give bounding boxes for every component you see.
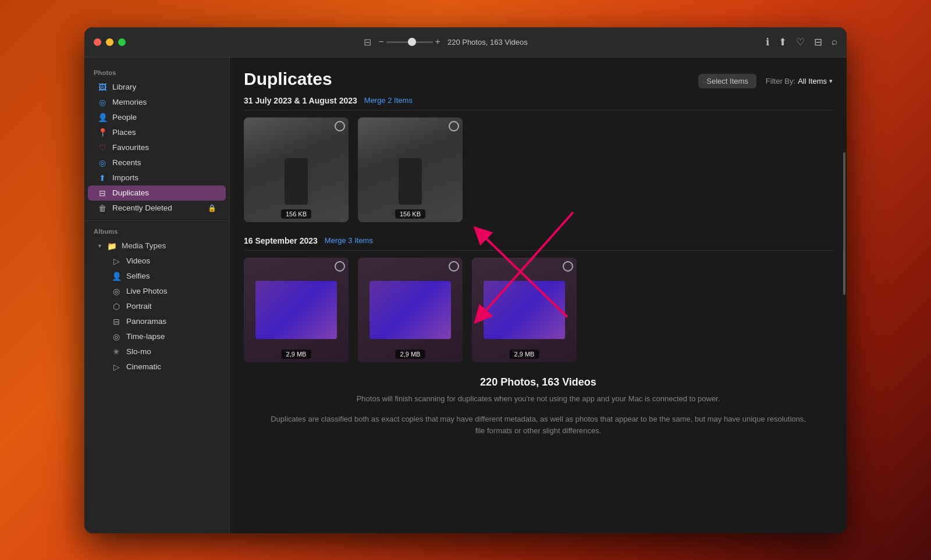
titlebar: ⊟ − + 220 Photos, 163 Videos ℹ ⬆ ♡ ⊟ ⌕	[84, 27, 847, 58]
videos-icon: ▷	[111, 256, 122, 266]
traffic-lights	[94, 38, 126, 46]
photo-image-1-2	[358, 117, 463, 222]
photo-image-2-3	[472, 258, 577, 362]
sidebar-item-favourites[interactable]: ♡ Favourites	[88, 140, 226, 155]
sidebar-label-people: People	[112, 113, 137, 122]
scroll-area[interactable]: 31 July 2023 & 1 August 2023 Merge 2 Ite…	[230, 96, 847, 533]
maximize-button[interactable]	[118, 38, 126, 46]
header-actions: Select Items Filter By: All Items ▾	[698, 74, 833, 88]
sidebar-item-live-photos[interactable]: ◎ Live Photos	[97, 284, 226, 299]
filter-value[interactable]: All Items	[798, 77, 827, 85]
photo-size-2-1: 2,9 MB	[282, 349, 311, 359]
sidebar-item-selfies[interactable]: 👤 Selfies	[97, 269, 226, 284]
sidebar-divider-1	[84, 220, 229, 221]
titlebar-icons: ℹ ⬆ ♡ ⊟ ⌕	[766, 36, 837, 48]
live-photos-icon: ◎	[111, 287, 122, 296]
photo-select-dot-2-3	[563, 261, 573, 272]
titlebar-count: 220 Photos, 163 Videos	[447, 38, 528, 47]
toolbar-left: ⊟	[364, 37, 371, 48]
sidebar-item-media-types[interactable]: ▼ 📁 Media Types	[88, 238, 226, 254]
sidebar-label-recents: Recents	[112, 158, 141, 167]
sidebar-item-cinematic[interactable]: ▷ Cinematic	[97, 359, 226, 374]
photo-size-2-3: 2,9 MB	[510, 349, 539, 359]
filter-chevron-icon[interactable]: ▾	[829, 77, 833, 85]
timelapse-icon: ◎	[111, 332, 122, 341]
date-group-1: 31 July 2023 & 1 August 2023 Merge 2 Ite…	[244, 96, 833, 222]
content-area: Photos 🖼 Library ◎ Memories 👤 People 📍 P…	[84, 58, 847, 533]
photo-thumb-2-3[interactable]: 2,9 MB	[472, 258, 577, 362]
info-section: 220 Photos, 163 Videos Photos will finis…	[244, 376, 833, 437]
sidebar-item-imports[interactable]: ⬆ Imports	[88, 170, 226, 186]
page-title: Duplicates	[244, 69, 332, 89]
photo-size-1-2: 156 KB	[395, 209, 425, 219]
zoom-plus-icon[interactable]: +	[435, 37, 440, 47]
recently-deleted-icon: 🗑	[97, 204, 108, 213]
photo-thumb-2-1[interactable]: 2,9 MB	[244, 258, 349, 362]
date-group-2: 16 September 2023 Merge 3 Items 2,9 MB	[244, 236, 833, 362]
sidebar-item-timelapse[interactable]: ◎ Time-lapse	[97, 329, 226, 344]
filter-label: Filter By:	[766, 77, 795, 85]
photo-row-2: 2,9 MB 2,9 MB 2,9 MB	[244, 258, 833, 362]
sidebar-item-people[interactable]: 👤 People	[88, 110, 226, 125]
sidebar-label-duplicates: Duplicates	[112, 188, 149, 197]
info-text-2: Duplicates are classified both as exact …	[267, 413, 809, 436]
imports-icon: ⬆	[97, 173, 108, 183]
zoom-minus-icon[interactable]: −	[378, 37, 383, 47]
photos-section: Photos 🖼 Library ◎ Memories 👤 People 📍 P…	[84, 67, 229, 216]
titlebar-center: ⊟ − + 220 Photos, 163 Videos	[130, 37, 761, 48]
search-icon[interactable]: ⌕	[831, 36, 837, 48]
info-icon[interactable]: ℹ	[766, 36, 769, 48]
close-button[interactable]	[94, 38, 101, 46]
people-icon: 👤	[97, 113, 108, 122]
merge-button-1[interactable]: Merge 2 Items	[364, 96, 413, 105]
sidebar-label-imports: Imports	[112, 173, 138, 182]
view-icon[interactable]: ⊟	[364, 37, 371, 48]
sidebar-label-videos: Videos	[126, 256, 150, 265]
sidebar-item-places[interactable]: 📍 Places	[88, 125, 226, 140]
slowmo-icon: ✳	[111, 347, 122, 356]
photo-thumb-1-2[interactable]: 156 KB	[358, 117, 463, 222]
sidebar-item-library[interactable]: 🖼 Library	[88, 80, 226, 95]
sidebar-label-favourites: Favourites	[112, 143, 149, 152]
sidebar-label-places: Places	[112, 128, 136, 137]
sidebar-item-videos[interactable]: ▷ Videos	[97, 254, 226, 269]
sidebar-item-memories[interactable]: ◎ Memories	[88, 95, 226, 110]
heart-icon[interactable]: ♡	[796, 36, 805, 48]
sidebar-item-duplicates[interactable]: ⊟ Duplicates	[88, 186, 226, 201]
collapse-arrow-icon: ▼	[97, 243, 102, 249]
selfies-icon: 👤	[111, 272, 122, 281]
sidebar-toggle-icon[interactable]: ⊟	[814, 36, 822, 48]
zoom-slider-track[interactable]	[386, 41, 433, 43]
sidebar-item-portrait[interactable]: ⬡ Portrait	[97, 299, 226, 314]
sidebar-label-recently-deleted: Recently Deleted	[112, 204, 172, 212]
sidebar-item-recents[interactable]: ◎ Recents	[88, 155, 226, 170]
media-types-children: ▷ Videos 👤 Selfies ◎ Live Photos ⬡ Portr…	[84, 254, 229, 374]
photo-image-2-2	[358, 258, 463, 362]
zoom-slider-thumb[interactable]	[408, 38, 416, 46]
sidebar-item-panoramas[interactable]: ⊟ Panoramas	[97, 314, 226, 329]
select-items-button[interactable]: Select Items	[698, 74, 756, 88]
sidebar-label-memories: Memories	[112, 98, 147, 106]
filter-bar: Filter By: All Items ▾	[766, 77, 833, 85]
cinematic-icon: ▷	[111, 362, 122, 372]
albums-section: Albums ▼ 📁 Media Types ▷ Videos 👤 Selfie…	[84, 226, 229, 374]
photo-image-2-1	[244, 258, 349, 362]
sidebar-label-media-types: Media Types	[122, 241, 166, 250]
info-count: 220 Photos, 163 Videos	[267, 376, 809, 388]
photo-select-dot-2-2	[449, 261, 459, 272]
media-types-folder-icon: 📁	[107, 241, 117, 251]
scrollbar-thumb[interactable]	[843, 152, 845, 295]
sidebar-label-slowmo: Slo-mo	[126, 347, 151, 356]
sidebar-item-recently-deleted[interactable]: 🗑 Recently Deleted 🔒	[88, 201, 226, 216]
photos-section-label: Photos	[84, 67, 229, 80]
photo-thumb-2-2[interactable]: 2,9 MB	[358, 258, 463, 362]
photo-thumb-1-1[interactable]: 156 KB	[244, 117, 349, 222]
merge-button-2[interactable]: Merge 3 Items	[325, 236, 373, 245]
sidebar-item-slowmo[interactable]: ✳ Slo-mo	[97, 344, 226, 359]
date-label-2: 16 September 2023	[244, 236, 318, 245]
main-content: Duplicates Select Items Filter By: All I…	[230, 58, 847, 533]
scrollbar-track[interactable]	[842, 58, 847, 533]
minimize-button[interactable]	[106, 38, 113, 46]
share-icon[interactable]: ⬆	[779, 36, 787, 48]
sidebar-label-live-photos: Live Photos	[126, 287, 168, 295]
